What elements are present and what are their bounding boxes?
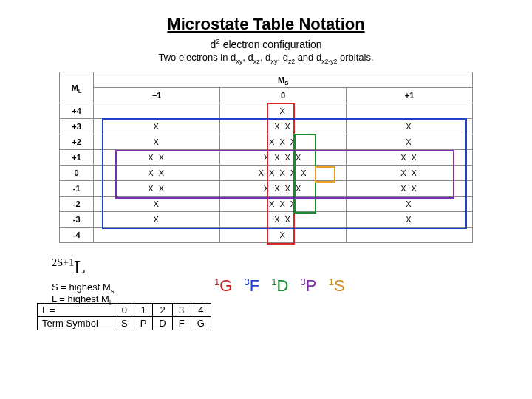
ml-value: -3	[60, 212, 94, 228]
microstate-cell: X X X X X	[220, 166, 347, 181]
microstate-cell	[94, 228, 220, 243]
page-title: Microstate Table Notation	[22, 15, 510, 34]
term-symbol-formula: 2S+1L	[52, 256, 510, 279]
legend-val: D	[153, 317, 172, 330]
legend-L-label: L =	[38, 304, 115, 317]
ml-value: 0	[60, 166, 94, 181]
term-symbol: 1G	[214, 276, 232, 295]
ms-header: MS	[94, 72, 473, 88]
legend-val: 1	[134, 304, 153, 317]
ml-header: ML	[60, 72, 94, 103]
ml-value: +2	[60, 134, 94, 150]
legend-term-label: Term Symbol	[38, 317, 115, 330]
microstate-cell: X	[220, 103, 347, 119]
legend-val: 2	[153, 304, 172, 317]
legend-val: G	[191, 317, 211, 330]
microstate-cell: X X	[347, 166, 473, 181]
microstate-cell: X	[347, 212, 473, 228]
microstate-cell: X X	[94, 150, 220, 166]
microstate-cell: X X X	[220, 197, 347, 212]
legend-table: L = 0 1 2 3 4 Term Symbol S P D F G	[37, 303, 211, 330]
microstate-cell: X	[94, 134, 220, 150]
microstate-cell: X	[94, 212, 220, 228]
config-line: d2 electron configuration	[22, 38, 510, 50]
ml-value: -1	[60, 181, 94, 197]
term-symbol: 1D	[271, 276, 288, 295]
microstate-table-wrap: ML MS −1 0 +1 +4X+3XX XX+2XX X XX+1X XX …	[59, 72, 473, 243]
microstate-cell: X X X	[220, 134, 347, 150]
ms-col-neg1: −1	[94, 88, 220, 103]
legend-val: 4	[191, 304, 211, 317]
microstate-cell: X X	[94, 181, 220, 197]
terms-list: 1G3F1D3P1S	[214, 276, 510, 296]
microstate-cell: X X	[220, 119, 347, 134]
ml-value: -2	[60, 197, 94, 212]
microstate-cell: X	[347, 119, 473, 134]
ml-value: +1	[60, 150, 94, 166]
term-symbol: 1S	[329, 276, 345, 295]
legend-val: S	[115, 317, 134, 330]
legend-val: 0	[115, 304, 134, 317]
legend-val: 3	[172, 304, 191, 317]
ml-value: +3	[60, 119, 94, 134]
term-symbol: 3P	[301, 276, 317, 295]
microstate-cell: X X X X	[220, 181, 347, 197]
microstate-cell: X	[347, 197, 473, 212]
microstate-table: ML MS −1 0 +1 +4X+3XX XX+2XX X XX+1X XX …	[59, 72, 473, 243]
microstate-cell: X	[94, 197, 220, 212]
microstate-cell: X	[347, 134, 473, 150]
ms-col-0: 0	[220, 88, 347, 103]
ml-value: +4	[60, 103, 94, 119]
microstate-cell	[347, 103, 473, 119]
microstate-cell: X	[94, 119, 220, 134]
ms-col-pos1: +1	[347, 88, 473, 103]
legend-val: F	[172, 317, 191, 330]
microstate-cell: X X	[347, 150, 473, 166]
microstate-cell: X X	[347, 181, 473, 197]
microstate-cell: X X	[94, 166, 220, 181]
microstate-cell: X X X X	[220, 150, 347, 166]
ml-value: -4	[60, 228, 94, 243]
term-symbol: 3F	[244, 276, 259, 295]
microstate-cell: X X	[220, 212, 347, 228]
microstate-cell	[347, 228, 473, 243]
microstate-cell	[94, 103, 220, 119]
orbitals-line: Two electrons in dxy, dxz, dxy, dz2 and …	[22, 52, 510, 63]
legend-val: P	[134, 317, 153, 330]
microstate-cell: X	[220, 228, 347, 243]
